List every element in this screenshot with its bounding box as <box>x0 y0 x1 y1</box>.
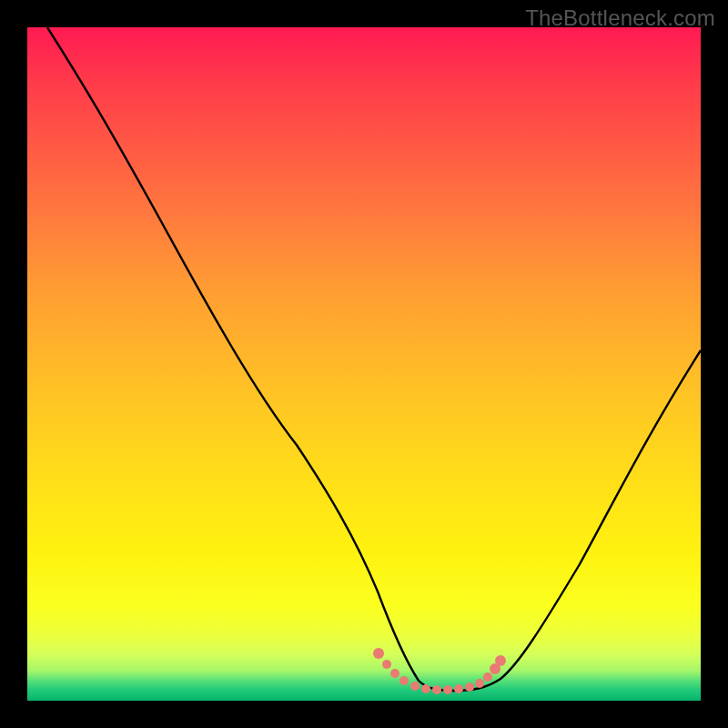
chart-frame <box>27 27 701 701</box>
svg-point-5 <box>421 684 430 693</box>
svg-point-11 <box>483 672 492 682</box>
svg-point-8 <box>454 684 463 693</box>
chart-svg <box>27 27 701 701</box>
svg-point-4 <box>410 682 420 691</box>
svg-point-1 <box>382 660 391 669</box>
svg-point-0 <box>373 648 384 659</box>
svg-point-10 <box>475 679 484 688</box>
svg-point-6 <box>432 685 441 694</box>
svg-point-2 <box>390 669 399 678</box>
svg-point-13 <box>495 655 506 666</box>
curve-main <box>47 27 701 691</box>
watermark-text: TheBottleneck.com <box>525 5 715 31</box>
svg-point-9 <box>465 682 474 692</box>
chart-plot-area <box>27 27 701 701</box>
curve-highlight <box>373 648 506 694</box>
svg-point-7 <box>443 685 452 694</box>
svg-point-3 <box>399 676 409 685</box>
